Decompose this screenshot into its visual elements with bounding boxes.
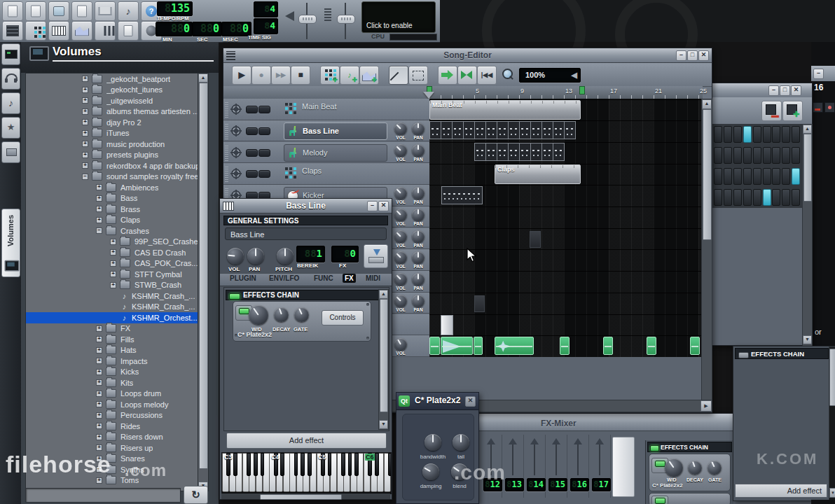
fx-channel-display[interactable]: 80 [331, 246, 359, 262]
pattern-segment[interactable] [508, 143, 520, 161]
add-effect-button[interactable]: Add effect [735, 484, 827, 498]
step-cell[interactable] [733, 168, 742, 185]
blend-knob[interactable] [451, 463, 468, 480]
minimize-button[interactable]: – [768, 85, 779, 96]
sidebar-item-favorites[interactable]: ★ [1, 117, 20, 139]
tab-envlfo[interactable]: ENV/LFO [267, 274, 301, 283]
tree-item[interactable]: +Risers up [26, 442, 198, 454]
step-cell[interactable] [763, 189, 771, 206]
add-effect-button[interactable]: Add effect [226, 433, 387, 449]
pattern-segment[interactable] [541, 121, 553, 139]
stop-button[interactable]: ■ [291, 66, 310, 85]
add-automation-track-button[interactable]: ✚ [359, 66, 379, 85]
tree-item[interactable]: +djay Pro 2 [26, 117, 198, 128]
black-key[interactable] [375, 453, 379, 476]
track-grip[interactable] [225, 101, 228, 118]
track-pan-knob[interactable] [412, 230, 425, 243]
bb-step-row[interactable] [712, 145, 802, 167]
piano-keyboard[interactable]: C3C4C5C6 [221, 452, 392, 494]
track-row[interactable]: Main Beat [223, 99, 429, 120]
bb-step-row[interactable] [712, 187, 802, 209]
master-fader[interactable] [612, 437, 635, 497]
scroll-thumb[interactable] [260, 494, 342, 500]
expand-icon[interactable]: + [96, 444, 102, 451]
loop-points-button[interactable] [457, 66, 477, 85]
note-red-icon[interactable] [813, 102, 823, 113]
note-pink-icon[interactable] [824, 102, 835, 113]
scroll-up-button[interactable]: ▲ [803, 125, 812, 134]
step-cell[interactable] [782, 147, 790, 164]
expand-icon[interactable]: + [110, 271, 116, 277]
fader-groove[interactable] [577, 444, 579, 475]
timeline-ruler[interactable]: 5913172125 [429, 86, 703, 99]
tree-item[interactable]: +_gekocht_itunes [26, 85, 198, 96]
step-cell[interactable] [714, 189, 722, 206]
step-cell[interactable] [733, 147, 742, 164]
scroll-down-button[interactable]: ▼ [829, 488, 835, 498]
solo-button[interactable] [258, 127, 270, 135]
scroll-down-button[interactable]: ▼ [379, 420, 388, 429]
mixer-channel-strip[interactable]: 814 [525, 435, 546, 498]
step-cell[interactable] [763, 168, 771, 185]
tree-item[interactable]: +FX [26, 323, 198, 335]
tail-knob[interactable] [453, 434, 469, 451]
step-cell[interactable] [763, 147, 771, 164]
browser-search-input[interactable] [25, 488, 181, 503]
expand-icon[interactable]: + [82, 141, 88, 147]
automation-bar[interactable] [441, 315, 453, 335]
track-gear-icon[interactable] [231, 126, 241, 136]
tree-item[interactable]: +CAS ED Crash [26, 247, 198, 258]
toggle-bb-editor-button[interactable] [25, 21, 46, 41]
black-key[interactable] [280, 453, 284, 476]
close-button[interactable]: ✕ [791, 85, 801, 96]
mixer-channel-strip[interactable]: 817 [590, 435, 611, 498]
fader-groove[interactable] [599, 444, 600, 475]
mute-button[interactable] [246, 170, 258, 178]
track-grip[interactable] [225, 122, 228, 139]
loop-end-marker[interactable] [579, 86, 585, 94]
expand-icon[interactable]: + [96, 369, 102, 375]
track-pan-knob[interactable] [412, 273, 425, 286]
tree-item[interactable]: +rekordbox 4 app dir backup [26, 160, 198, 172]
visualization-display[interactable]: Click to enable [361, 1, 436, 33]
track-pan-knob[interactable] [412, 295, 425, 307]
minimize-button[interactable]: – [813, 69, 824, 79]
step-cell[interactable] [772, 126, 780, 143]
tree-item[interactable]: +music production [26, 139, 198, 150]
expand-icon[interactable]: + [96, 456, 102, 462]
channel-number-display[interactable]: 815 [548, 478, 567, 491]
bb-step-row[interactable] [712, 124, 802, 146]
tree-item[interactable]: +99P_SEO_Crashes [26, 237, 198, 248]
step-cell[interactable] [772, 168, 780, 185]
track-name[interactable]: Main Beat [302, 102, 337, 111]
mixer-channel-strip[interactable]: 813 [503, 435, 524, 498]
step-cell[interactable] [733, 126, 742, 143]
track-vol-knob[interactable] [394, 338, 407, 351]
fader-groove[interactable] [534, 444, 535, 475]
zoom-level-dropdown[interactable]: 100% ◀ [519, 68, 581, 83]
step-cell[interactable] [743, 189, 752, 206]
track-vol-knob[interactable] [394, 209, 407, 221]
tree-item[interactable]: ♪KSHMR_Orchest... [26, 312, 198, 323]
tree-item[interactable]: ♪KSHMR_Crash_... [26, 290, 198, 302]
scroll-thumb[interactable] [803, 134, 812, 202]
sample-segment[interactable] [441, 337, 473, 355]
chain-scrollbar[interactable]: ▲ ▼ [378, 289, 389, 430]
step-cell[interactable] [743, 126, 752, 143]
black-key[interactable] [308, 453, 312, 476]
expand-icon[interactable]: + [96, 412, 102, 419]
expand-icon[interactable]: + [96, 379, 102, 386]
effect-slot-partial[interactable] [649, 493, 731, 504]
plate-titlebar[interactable]: Qt C* Plate2x2 ✕ [396, 393, 478, 410]
sample-segment[interactable] [647, 337, 656, 355]
track-pan-knob[interactable] [412, 209, 425, 221]
track-name-plate[interactable]: Melody [284, 144, 387, 162]
keyboard-scrollbar[interactable] [221, 493, 390, 499]
black-key[interactable] [233, 453, 237, 476]
step-cell[interactable] [753, 168, 761, 185]
volume-knob[interactable] [227, 248, 244, 265]
track-gear-icon[interactable] [231, 169, 241, 178]
scroll-up-button[interactable]: ▲ [379, 290, 388, 299]
pattern-segment[interactable] [519, 121, 531, 139]
tree-item[interactable]: +Toms [26, 475, 198, 486]
